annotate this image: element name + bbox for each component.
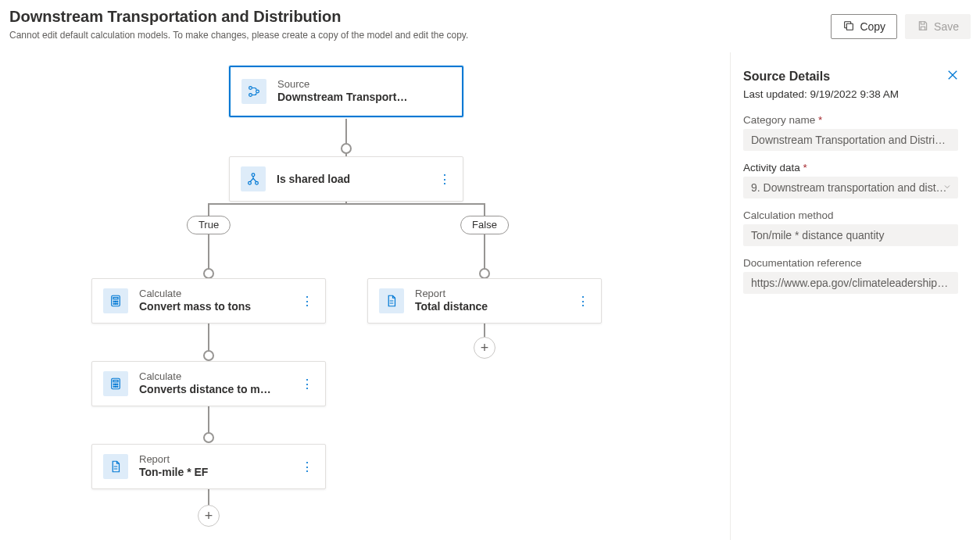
- svg-rect-0: [847, 23, 853, 30]
- calculator-icon: [103, 371, 128, 396]
- svg-point-21: [115, 386, 116, 387]
- close-icon: [946, 72, 960, 84]
- document-icon: [379, 288, 404, 313]
- svg-point-22: [117, 386, 118, 387]
- connector-line: [484, 203, 485, 274]
- copy-button[interactable]: Copy: [831, 14, 897, 39]
- field-value-doc: https://www.epa.gov/climateleadership/sc…: [743, 272, 958, 294]
- save-icon: [917, 20, 929, 34]
- field-value-method: Ton/mile * distance quantity: [743, 224, 958, 246]
- svg-point-1: [249, 87, 252, 90]
- node-title: Downstream Transport…: [277, 91, 451, 104]
- node-menu-button[interactable]: ⋮: [300, 294, 314, 309]
- node-report[interactable]: Report Total distance ⋮: [367, 278, 602, 324]
- node-type-label: Report: [415, 288, 565, 299]
- calculator-icon: [103, 288, 128, 313]
- node-title: Is shared load: [277, 173, 427, 186]
- svg-point-17: [113, 384, 114, 384]
- add-node-button[interactable]: +: [198, 505, 220, 527]
- details-panel: Source Details Last updated: 9/19/2022 9…: [730, 52, 971, 540]
- copy-icon: [842, 20, 855, 34]
- node-menu-button[interactable]: ⋮: [438, 172, 452, 187]
- connector-dot: [479, 268, 490, 279]
- svg-rect-16: [113, 381, 118, 382]
- svg-point-20: [113, 386, 114, 387]
- save-button-label: Save: [934, 20, 959, 33]
- node-title: Total distance: [415, 300, 565, 313]
- node-calculate[interactable]: Calculate Converts distance to m… ⋮: [91, 361, 326, 406]
- svg-point-19: [117, 384, 118, 384]
- page-title: Downstream Transportation and Distributi…: [9, 6, 971, 27]
- field-label-method: Calculation method: [743, 209, 958, 221]
- node-menu-button[interactable]: ⋮: [576, 294, 590, 309]
- branch-label-true: True: [187, 216, 231, 234]
- svg-point-6: [256, 181, 259, 184]
- field-label-activity: Activity data *: [743, 162, 958, 173]
- node-type-label: Calculate: [139, 288, 289, 299]
- connector-dot: [203, 432, 214, 443]
- node-source[interactable]: Source Downstream Transport…: [229, 66, 463, 117]
- svg-point-10: [115, 301, 116, 302]
- node-title: Convert mass to tons: [139, 300, 289, 313]
- node-calculate[interactable]: Calculate Convert mass to tons ⋮: [91, 278, 326, 324]
- svg-point-3: [256, 90, 259, 93]
- svg-point-18: [115, 384, 116, 384]
- node-type-label: Report: [139, 454, 289, 465]
- svg-point-13: [115, 303, 116, 304]
- page-description: Cannot edit default calculation models. …: [9, 30, 971, 41]
- add-node-button[interactable]: +: [474, 337, 495, 359]
- node-title: Ton-mile * EF: [139, 466, 289, 479]
- node-condition[interactable]: Is shared load ⋮: [229, 156, 463, 202]
- node-menu-button[interactable]: ⋮: [300, 377, 314, 392]
- branch-label-false: False: [460, 216, 509, 234]
- condition-icon: [241, 166, 266, 191]
- svg-point-4: [252, 173, 255, 177]
- close-button[interactable]: [946, 68, 960, 84]
- field-label-doc: Documentation reference: [743, 257, 958, 269]
- node-report[interactable]: Report Ton-mile * EF ⋮: [91, 444, 326, 489]
- node-type-label: Calculate: [139, 371, 289, 382]
- field-label-category: Category name *: [743, 114, 958, 126]
- node-type-label: Source: [277, 79, 451, 90]
- branch-icon: [241, 79, 266, 104]
- connector-line: [208, 203, 485, 205]
- field-value-category: Downstream Transportation and Distributi…: [743, 129, 958, 151]
- node-menu-button[interactable]: ⋮: [300, 460, 314, 474]
- chevron-down-icon: [942, 181, 952, 194]
- svg-rect-8: [113, 298, 118, 299]
- node-title: Converts distance to m…: [139, 383, 289, 396]
- connector-line: [208, 203, 209, 274]
- document-icon: [103, 454, 128, 479]
- connector-dot: [203, 268, 214, 279]
- svg-point-11: [117, 301, 118, 302]
- field-value-activity[interactable]: 9. Downstream transportation and distri…: [743, 177, 958, 198]
- panel-updated-text: Last updated: 9/19/2022 9:38 AM: [743, 88, 958, 100]
- copy-button-label: Copy: [860, 20, 885, 33]
- svg-point-2: [249, 94, 252, 97]
- svg-point-12: [113, 303, 114, 304]
- connector-dot: [203, 350, 214, 361]
- svg-point-14: [117, 303, 118, 304]
- svg-point-9: [113, 301, 114, 302]
- connector-dot: [341, 143, 352, 154]
- panel-title: Source Details: [743, 70, 958, 84]
- svg-point-5: [249, 181, 252, 184]
- save-button: Save: [905, 14, 971, 39]
